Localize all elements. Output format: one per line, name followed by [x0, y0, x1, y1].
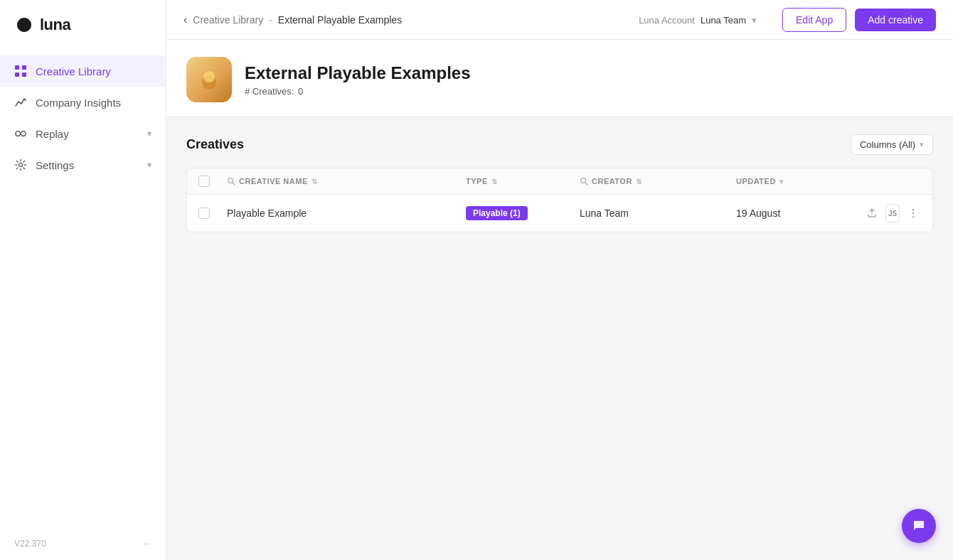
collapse-sidebar-button[interactable]: ← [143, 539, 151, 549]
sidebar-item-creative-library[interactable]: Creative Library [0, 55, 166, 87]
th-creator-label: CREATOR [592, 177, 632, 185]
topbar-actions: Luna Account Luna Team ▾ Edit App Add cr… [639, 8, 936, 32]
chat-bubble-button[interactable] [902, 509, 936, 543]
section-header: Creatives Columns (All) ▾ [186, 134, 933, 155]
chevron-down-icon: ▾ [147, 160, 151, 170]
search-icon [227, 177, 235, 185]
th-checkbox [198, 176, 227, 187]
topbar: ‹ Creative Library - External Playable E… [166, 0, 953, 40]
edit-app-button[interactable]: Edit App [782, 8, 846, 32]
row-checkbox-cell [198, 208, 227, 219]
sidebar-item-label: Replay [36, 128, 69, 140]
more-options-icon[interactable] [905, 203, 921, 223]
sidebar-item-label: Creative Library [36, 65, 111, 77]
svg-point-4 [19, 163, 23, 167]
creative-name: Playable Example [227, 208, 307, 219]
columns-select-label: Columns (All) [860, 139, 915, 150]
columns-chevron-icon: ▾ [920, 140, 924, 149]
th-creator: CREATOR ⇅ [580, 176, 736, 187]
updated-date: 19 August [736, 208, 780, 219]
sidebar-footer: V22.370 ← [0, 527, 166, 560]
svg-point-6 [203, 71, 215, 82]
app-icon-shape [198, 68, 220, 91]
account-team: Luna Team [701, 15, 746, 26]
svg-point-11 [912, 209, 914, 210]
row-creative-name-cell: Playable Example [227, 208, 466, 219]
account-chevron-icon[interactable]: ▾ [752, 15, 757, 26]
add-creative-button[interactable]: Add creative [855, 9, 936, 31]
account-label: Luna Account [639, 15, 695, 26]
row-updated-cell: 19 August [736, 208, 864, 219]
app-header: External Playable Examples # Creatives: … [166, 40, 953, 117]
sort-icon: ⇅ [491, 178, 498, 185]
sidebar: luna Creative Library Company Insights [0, 0, 166, 560]
columns-select-button[interactable]: Columns (All) ▾ [851, 134, 933, 155]
breadcrumb-back-button[interactable]: ‹ [183, 14, 187, 26]
chat-icon [911, 518, 927, 534]
breadcrumb-parent[interactable]: Creative Library [193, 14, 263, 26]
app-meta: # Creatives: 0 [245, 86, 471, 97]
creator-name: Luna Team [580, 208, 629, 219]
creatives-section-title: Creatives [186, 137, 244, 152]
upload-icon[interactable] [864, 203, 880, 223]
js-icon[interactable]: JS [885, 204, 900, 222]
version-label: V22.370 [14, 539, 46, 549]
svg-rect-0 [15, 65, 19, 70]
sidebar-item-company-insights[interactable]: Company Insights [0, 87, 166, 118]
chevron-down-icon: ▾ [147, 129, 151, 139]
logo-text: luna [40, 16, 70, 34]
grid-icon [14, 65, 27, 77]
app-icon-inner [186, 57, 232, 102]
th-creative-name-label: CREATIVE NAME [239, 177, 308, 185]
th-creative-name: CREATIVE NAME ⇅ [227, 176, 466, 187]
row-creator-cell: Luna Team [580, 208, 736, 219]
infinity-icon [14, 127, 27, 140]
svg-point-13 [912, 216, 914, 217]
main-content: ‹ Creative Library - External Playable E… [166, 0, 953, 560]
th-type: TYPE ⇅ [466, 176, 580, 187]
chart-icon [14, 96, 27, 109]
svg-point-12 [912, 212, 914, 214]
th-updated-label: UPDATED [736, 177, 776, 185]
th-updated: UPDATED ▾ [736, 176, 864, 187]
sort-icon: ▾ [779, 178, 784, 185]
th-actions [864, 176, 921, 187]
sort-icon: ⇅ [636, 178, 642, 185]
luna-logo-icon [14, 15, 34, 35]
svg-line-8 [233, 183, 235, 185]
th-type-label: TYPE [466, 177, 488, 185]
svg-line-10 [585, 183, 588, 185]
sidebar-item-replay[interactable]: Replay ▾ [0, 118, 166, 149]
svg-rect-2 [15, 72, 19, 77]
table-header: CREATIVE NAME ⇅ TYPE ⇅ CREATOR ⇅ UPDATED… [187, 168, 932, 195]
sort-icon: ⇅ [312, 178, 318, 185]
row-type-cell: Playable (1) [466, 206, 580, 220]
type-badge: Playable (1) [466, 206, 528, 220]
gear-icon [14, 158, 27, 171]
breadcrumb-separator: - [269, 14, 272, 26]
logo-area: luna [0, 0, 166, 50]
creatives-table: CREATIVE NAME ⇅ TYPE ⇅ CREATOR ⇅ UPDATED… [186, 168, 933, 232]
header-checkbox[interactable] [198, 176, 210, 187]
svg-rect-1 [22, 65, 26, 70]
sidebar-item-settings[interactable]: Settings ▾ [0, 149, 166, 181]
search-icon [580, 177, 588, 185]
sidebar-item-label: Settings [36, 159, 74, 171]
app-info: External Playable Examples # Creatives: … [245, 63, 471, 97]
sidebar-nav: Creative Library Company Insights Replay… [0, 50, 166, 527]
table-row: Playable Example Playable (1) Luna Team … [187, 195, 932, 232]
app-icon [186, 57, 232, 102]
app-title: External Playable Examples [245, 63, 471, 83]
row-checkbox[interactable] [198, 208, 210, 219]
content-area: Creatives Columns (All) ▾ CREATIVE NAME … [166, 117, 953, 560]
breadcrumb: ‹ Creative Library - External Playable E… [183, 14, 402, 26]
breadcrumb-current: External Playable Examples [278, 14, 402, 26]
sidebar-item-label: Company Insights [36, 97, 121, 109]
svg-rect-3 [22, 72, 26, 77]
row-actions-cell: JS [864, 203, 921, 223]
